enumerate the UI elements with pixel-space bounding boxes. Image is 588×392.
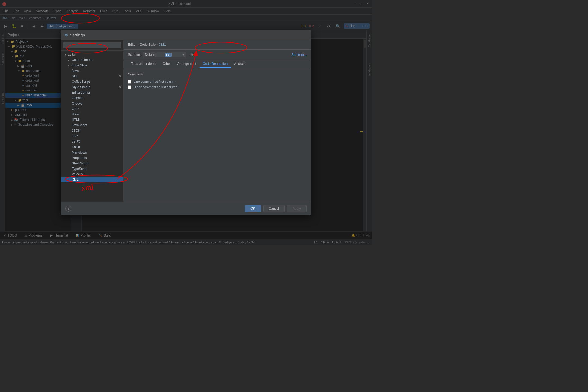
- block-comment-row: Block comment at first column: [128, 84, 307, 90]
- settings-breadcrumb: Editor › Code Style › XML: [128, 43, 166, 47]
- stylesheets-gear-icon: ⚙: [118, 85, 121, 89]
- nav-editor-header[interactable]: Editor: [61, 52, 123, 57]
- nav-jspx[interactable]: JSPX: [61, 139, 123, 144]
- help-button[interactable]: ?: [65, 206, 71, 212]
- settings-sep1: ›: [137, 43, 139, 47]
- editor-expand-arrow: [64, 53, 66, 56]
- scheme-row: Scheme: Default IDE ▼ ⚙ Set from...: [124, 50, 311, 60]
- nav-haml[interactable]: Haml: [61, 112, 123, 117]
- dialog-body: Editor ▶ Color Scheme ▼ Code Style Java: [61, 40, 311, 202]
- nav-json[interactable]: JSON: [61, 128, 123, 133]
- ok-button[interactable]: OK: [245, 205, 261, 212]
- nav-kotlin[interactable]: Kotlin: [61, 144, 123, 150]
- nav-scl[interactable]: SCL ⚙: [61, 74, 123, 79]
- svg-point-0: [61, 13, 99, 23]
- nav-shell-script[interactable]: Shell Script: [61, 161, 123, 166]
- nav-coffeescript[interactable]: CoffeeScript: [61, 79, 123, 84]
- settings-sep2: ›: [157, 43, 158, 47]
- nav-color-scheme[interactable]: ▶ Color Scheme: [61, 57, 123, 63]
- tab-arrangement[interactable]: Arrangement: [174, 60, 199, 68]
- help-button-area: ?: [65, 206, 71, 212]
- settings-dialog: ⚙ Settings Editor ▶ C: [61, 30, 311, 215]
- nav-code-style-label: Code Style: [71, 63, 87, 67]
- line-comment-row: Line comment at first column: [128, 79, 307, 84]
- nav-markdown[interactable]: Markdown: [61, 150, 123, 155]
- nav-stylesheets-label: Style Sheets: [72, 85, 90, 89]
- dialog-nav-content: Editor ▶ Color Scheme ▼ Code Style Java: [61, 51, 123, 202]
- line-comment-label[interactable]: Line comment at first column: [134, 80, 175, 84]
- nav-scl-label: SCL: [72, 74, 78, 78]
- scheme-dropdown-arrow: ▼: [182, 53, 185, 56]
- set-from-link[interactable]: Set from...: [292, 53, 307, 57]
- scheme-label: Scheme:: [128, 53, 141, 57]
- settings-breadcrumb-codestyle: Code Style: [140, 43, 156, 47]
- tab-tabs-indents[interactable]: Tabs and Indents: [128, 60, 159, 68]
- scheme-dropdown[interactable]: Default IDE ▼: [143, 52, 186, 57]
- nav-xml[interactable]: XML: [61, 177, 123, 182]
- dialog-footer: ? OK Cancel Apply: [61, 202, 311, 215]
- dialog-search-area: [61, 40, 123, 51]
- nav-gsp[interactable]: GSP: [61, 106, 123, 112]
- nav-gherkin[interactable]: Gherkin: [61, 95, 123, 101]
- comments-section-title: Comments: [128, 72, 307, 76]
- dialog-tabs: Tabs and Indents Other Arrangement Code …: [124, 60, 311, 68]
- nav-editor-label: Editor: [68, 53, 76, 56]
- scheme-badge: IDE: [165, 53, 172, 57]
- tab-android[interactable]: Android: [231, 60, 249, 68]
- tab-other[interactable]: Other: [159, 60, 174, 68]
- nav-editorconfig[interactable]: EditorConfig: [61, 90, 123, 95]
- nav-jsp[interactable]: JSP: [61, 133, 123, 139]
- dialog-title-bar: ⚙ Settings: [61, 30, 311, 40]
- nav-stylesheets[interactable]: Style Sheets ⚙: [61, 84, 123, 90]
- nav-javascript[interactable]: JavaScript: [61, 122, 123, 128]
- nav-java[interactable]: Java: [61, 68, 123, 74]
- dialog-right-header: Editor › Code Style › XML: [124, 40, 311, 50]
- settings-search-input[interactable]: [63, 42, 121, 48]
- scheme-gear-button[interactable]: ⚙: [189, 52, 195, 58]
- nav-groovy[interactable]: Groovy: [61, 101, 123, 106]
- settings-icon: ⚙: [64, 33, 68, 37]
- tab-code-generation[interactable]: Code Generation: [200, 60, 231, 68]
- dialog-title: Settings: [70, 33, 85, 37]
- scl-gear-icon: ⚙: [118, 75, 121, 78]
- apply-button[interactable]: Apply: [287, 205, 307, 212]
- dialog-right: Editor › Code Style › XML Scheme: Defaul…: [124, 40, 311, 202]
- dialog-left-nav: Editor ▶ Color Scheme ▼ Code Style Java: [61, 40, 124, 202]
- nav-typescript[interactable]: TypeScript: [61, 166, 123, 171]
- settings-breadcrumb-xml: XML: [159, 43, 166, 47]
- block-comment-label[interactable]: Block comment at first column: [134, 85, 177, 89]
- nav-code-style[interactable]: ▼ Code Style: [61, 63, 123, 68]
- nav-color-scheme-label: Color Scheme: [72, 58, 92, 62]
- block-comment-checkbox[interactable]: [128, 85, 131, 89]
- tab-content-code-generation: Comments Line comment at first column Bl…: [124, 68, 311, 202]
- line-comment-checkbox[interactable]: [128, 80, 131, 84]
- cancel-button[interactable]: Cancel: [263, 205, 285, 212]
- settings-dialog-overlay: ⚙ Settings Editor ▶ C: [0, 0, 372, 245]
- settings-breadcrumb-editor: Editor: [128, 43, 136, 47]
- nav-velocity[interactable]: Velocity: [61, 171, 123, 177]
- nav-properties[interactable]: Properties: [61, 155, 123, 161]
- nav-html[interactable]: HTML: [61, 117, 123, 122]
- scheme-value: Default: [145, 53, 155, 57]
